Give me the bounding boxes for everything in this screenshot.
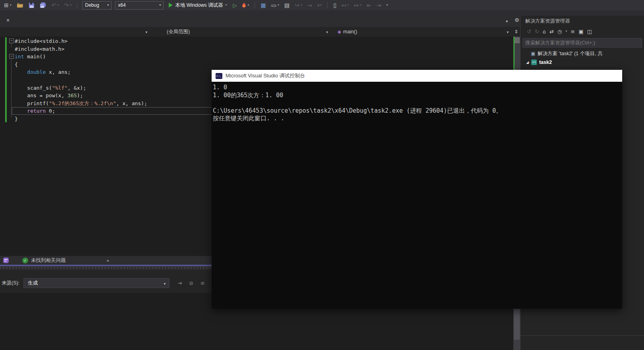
scope-value: (全局范围) <box>167 29 190 35</box>
undo-button[interactable]: ↶ ▾ <box>51 1 60 10</box>
tree-row-solution[interactable]: ▣ 解决方案 'task2' (1 个项目, 共 <box>521 49 644 58</box>
chevron-down-icon: ▾ <box>10 4 12 7</box>
save-button[interactable] <box>28 1 35 10</box>
start-debug-button[interactable]: 本地 Windows 调试器 ▾ <box>167 2 228 9</box>
cpp-project-icon: ++ <box>531 60 537 65</box>
solution-explorer-toolbar: ↺ ↻ ⌂ ⇄ ◷ ▾ ≡ ▣ ◫ <box>521 26 644 37</box>
expander-icon[interactable]: ◢ <box>526 60 529 64</box>
document-tab-strip: × ▾ ⚙ <box>0 10 520 27</box>
configuration-select[interactable]: Debug ▾ <box>82 1 112 10</box>
layout-button[interactable]: ▤ <box>283 1 290 10</box>
scrollbar-thumb[interactable] <box>514 310 520 340</box>
chevron-down-icon: ▾ <box>70 4 71 7</box>
toolbar-separator <box>255 2 255 8</box>
collapse-all-icon[interactable]: ▣ <box>578 29 583 35</box>
bookmark-icon: ▯ <box>333 2 336 8</box>
member-dropdown[interactable]: ◈ main() ▾ <box>332 27 512 37</box>
tree-row-project[interactable]: ◢ ++ task2 <box>521 58 644 67</box>
configuration-value: Debug <box>85 2 99 8</box>
chevron-down-icon: ▾ <box>107 4 109 7</box>
toolbar-overflow-button[interactable]: ▾ <box>386 1 389 10</box>
new-item-button[interactable]: ⊞ ▾ <box>3 1 12 10</box>
code-token <box>15 69 27 75</box>
sync-with-active-document-icon[interactable]: ≡ <box>571 29 575 35</box>
code-token: double <box>27 69 46 75</box>
member-value: main() <box>343 29 357 35</box>
solution-tree: ▣ 解决方案 'task2' (1 个项目, 共 ◢ ++ task2 <box>521 49 644 67</box>
code-token: return <box>27 108 46 114</box>
project-dropdown[interactable]: ▾ <box>0 27 151 37</box>
output-source-select[interactable]: 生成 ▾ <box>23 278 170 288</box>
home-icon[interactable]: ⌂ <box>543 29 546 35</box>
code-token: 0; <box>46 108 55 114</box>
switch-views-icon[interactable]: ⇄ <box>550 29 554 35</box>
code-line[interactable]: #include<stdio.h> <box>0 37 513 45</box>
redo-button[interactable]: ↷ ▾ <box>64 1 73 10</box>
nav-next-icon: ↦ <box>354 2 359 8</box>
open-file-button[interactable] <box>16 1 24 10</box>
scrollbar-thumb[interactable] <box>514 37 520 43</box>
console-title-bar[interactable]: C:\_ Microsoft Visual Studio 调试控制台 <box>212 70 622 82</box>
chevron-down-icon: ▾ <box>386 4 388 7</box>
forward-icon[interactable]: ↻ <box>535 29 539 35</box>
attach-process-button[interactable]: ▦ <box>260 1 266 10</box>
console-line: 1. 00的365次方：1. 00 <box>213 92 622 100</box>
redo-icon: ↷ <box>64 2 69 8</box>
console-app-icon: C:\_ <box>216 73 222 79</box>
code-line[interactable]: #include<math.h> <box>0 45 513 53</box>
split-editor-button[interactable]: ⇕ <box>512 27 520 37</box>
step-over-icon: ↝ <box>307 2 312 8</box>
preview-button[interactable]: ▭ ▾ <box>270 1 280 10</box>
fold-toggle[interactable]: − <box>9 38 14 43</box>
chevron-down-icon: ▾ <box>247 4 249 7</box>
scroll-left-arrow-icon[interactable]: ◂ <box>106 258 109 263</box>
solution-search-input[interactable] <box>523 38 642 48</box>
platform-select[interactable]: x64 ▾ <box>115 1 164 10</box>
main-toolbar: ⊞ ▾ ↶ ▾ ↷ ▾ Debug ▾ x64 ▾ 本 <box>0 0 644 10</box>
previous-bookmark-button[interactable]: ↤ ▾ <box>341 1 350 10</box>
output-source-value: 生成 <box>28 280 38 287</box>
save-icon <box>29 2 35 8</box>
tab-options-gear-icon[interactable]: ⚙ <box>515 17 519 23</box>
step-over-button[interactable]: ↝ <box>307 1 313 10</box>
nav-prev-icon: ↤ <box>341 2 346 8</box>
last-bookmark-button[interactable]: ⇥ <box>376 1 382 10</box>
save-all-button[interactable] <box>39 1 47 10</box>
toggle-output-button[interactable]: ≡ <box>201 280 205 286</box>
bookmark-button[interactable]: ▯ <box>332 1 337 10</box>
code-line[interactable]: int main() <box>0 53 513 61</box>
hot-reload-button[interactable]: ▾ <box>241 1 250 10</box>
code-token: x, ans; <box>46 69 71 75</box>
next-bookmark-button[interactable]: ↦ ▾ <box>353 1 362 10</box>
tab-list-dropdown[interactable]: ▾ <box>506 19 508 23</box>
toolbar-separator <box>77 2 77 8</box>
play-icon <box>169 3 173 8</box>
chevron-down-icon: ▾ <box>347 4 349 7</box>
rows-icon: ▦ <box>260 2 266 8</box>
save-all-icon <box>40 2 46 8</box>
close-tab-button[interactable]: × <box>6 17 10 23</box>
chevron-down-icon: ▾ <box>565 30 567 33</box>
code-line[interactable]: { <box>0 61 513 69</box>
step-into-button[interactable]: ↪ ▾ <box>294 1 303 10</box>
chevron-down-icon: ▾ <box>225 4 227 7</box>
health-check-icon: ✓ <box>22 258 28 263</box>
start-without-debug-button[interactable]: ▷ <box>232 1 237 10</box>
step-out-button[interactable]: ↩ <box>316 1 323 10</box>
pending-changes-filter-icon[interactable]: ◷ <box>557 29 562 35</box>
project-label: task2 <box>539 60 552 65</box>
copilot-icon[interactable] <box>3 258 9 263</box>
code-token: } <box>15 116 18 122</box>
clear-output-button[interactable]: ⊘ <box>189 280 193 286</box>
fold-toggle[interactable]: − <box>9 54 14 59</box>
console-output[interactable]: 1. 0 1. 00的365次方：1. 00 C:\Users\46453\so… <box>212 82 622 309</box>
back-icon[interactable]: ↺ <box>527 29 531 35</box>
word-wrap-button[interactable]: ⇥ <box>177 280 182 286</box>
solution-search-container <box>523 38 642 48</box>
solution-icon: ▣ <box>531 51 535 56</box>
preview-selected-items-icon[interactable]: ◫ <box>587 29 592 35</box>
scope-dropdown[interactable]: (全局范围) ▾ <box>151 27 332 37</box>
first-bookmark-button[interactable]: ⇤ <box>366 1 372 10</box>
debug-console-window: C:\_ Microsoft Visual Studio 调试控制台 1. 0 … <box>212 70 622 309</box>
new-window-icon: ⊞ <box>4 2 9 8</box>
